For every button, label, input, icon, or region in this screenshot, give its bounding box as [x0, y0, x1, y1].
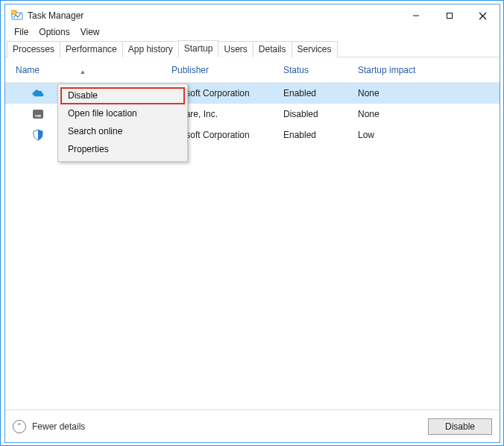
row-publisher: Mware, Inc. — [171, 109, 283, 119]
window-title: Task Manager — [28, 10, 84, 21]
svg-rect-3 — [447, 13, 452, 19]
window-controls — [399, 4, 500, 27]
row-status: Enabled — [283, 130, 358, 140]
menu-view[interactable]: View — [76, 27, 104, 39]
tabs: Processes Performance App history Startu… — [5, 40, 500, 57]
column-impact[interactable]: Startup impact — [358, 65, 432, 75]
row-impact: None — [358, 88, 432, 98]
startup-list: icrosoft Corporation Enabled None vm Mwa… — [5, 83, 500, 409]
row-publisher: icrosoft Corporation — [171, 88, 283, 98]
onedrive-icon — [32, 87, 44, 99]
tab-startup[interactable]: Startup — [178, 40, 219, 57]
vmware-icon: vm — [32, 108, 44, 120]
maximize-button[interactable] — [432, 4, 466, 27]
svg-rect-1 — [11, 10, 16, 14]
chevron-up-icon: ⌃ — [13, 420, 26, 433]
close-button[interactable] — [466, 4, 500, 27]
tab-processes[interactable]: Processes — [7, 41, 60, 57]
column-publisher-label: Publisher — [171, 65, 209, 75]
sort-indicator-icon: ▲ — [80, 69, 86, 75]
disable-button[interactable]: Disable — [428, 418, 492, 435]
menubar: File Options View — [5, 27, 500, 40]
task-manager-window: Task Manager File Options View Processes… — [4, 4, 500, 443]
tab-services[interactable]: Services — [292, 41, 338, 57]
row-impact: Low — [358, 130, 432, 140]
security-icon — [32, 129, 44, 141]
row-status: Enabled — [283, 88, 358, 98]
column-status[interactable]: Status — [283, 65, 358, 75]
column-headers: Name ▲ Publisher Status Startup impact — [5, 57, 500, 83]
tab-details[interactable]: Details — [253, 41, 292, 57]
svg-text:vm: vm — [35, 113, 41, 118]
context-menu: Disable Open file location Search online… — [57, 84, 188, 162]
column-name[interactable]: Name ▲ — [5, 65, 171, 75]
ctx-properties[interactable]: Properties — [60, 141, 185, 158]
column-impact-label: Startup impact — [358, 65, 415, 75]
ctx-open-location[interactable]: Open file location — [60, 105, 185, 122]
menu-options[interactable]: Options — [34, 27, 74, 39]
column-publisher[interactable]: Publisher — [171, 65, 283, 75]
tab-performance[interactable]: Performance — [60, 41, 123, 57]
fewer-details-button[interactable]: ⌃ Fewer details — [13, 420, 85, 433]
app-icon — [11, 10, 23, 22]
row-impact: None — [358, 109, 432, 119]
bottom-bar: ⌃ Fewer details Disable — [5, 409, 500, 442]
ctx-disable[interactable]: Disable — [60, 87, 185, 104]
menu-file[interactable]: File — [10, 27, 33, 39]
row-status: Disabled — [283, 109, 358, 119]
fewer-details-label: Fewer details — [32, 421, 85, 432]
column-status-label: Status — [283, 65, 309, 75]
minimize-button[interactable] — [399, 4, 432, 27]
tab-users[interactable]: Users — [218, 41, 253, 57]
ctx-search-online[interactable]: Search online — [60, 123, 185, 140]
column-name-label: Name — [16, 65, 40, 75]
titlebar: Task Manager — [5, 4, 500, 27]
tab-apphistory[interactable]: App history — [122, 41, 179, 57]
row-publisher: icrosoft Corporation — [171, 130, 283, 140]
